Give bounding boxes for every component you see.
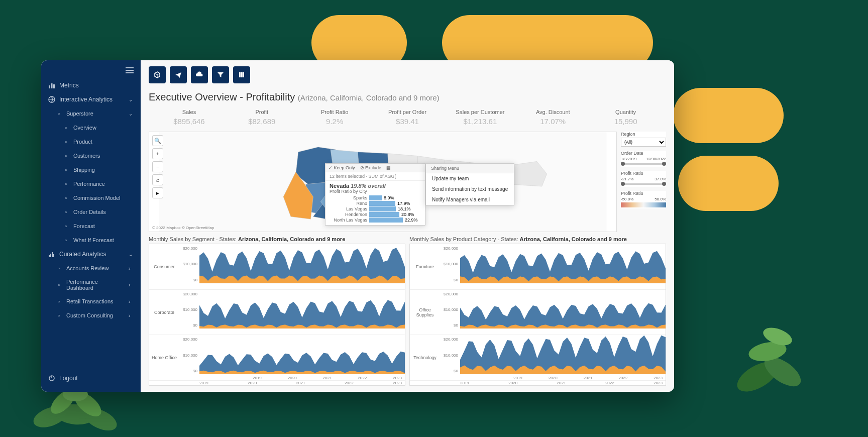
chevron-right-icon: ›	[129, 282, 134, 288]
sheet-icon: ▫	[62, 152, 69, 159]
nav-label: Accounts Review	[66, 265, 125, 271]
tooltip-title: Nevada 19.8% overall	[330, 183, 421, 189]
logout-label: Logout	[59, 375, 78, 382]
nav-label: Performance Dashboard	[66, 279, 125, 291]
zoom-in-button[interactable]: +	[152, 148, 163, 159]
nav-product[interactable]: ▫Product	[41, 135, 141, 149]
filter-button[interactable]	[212, 66, 229, 83]
svg-rect-11	[51, 83, 53, 88]
kpi-profit-per-order: Profit per Order$39.41	[371, 109, 444, 126]
svg-rect-14	[49, 255, 50, 257]
sheet-icon: ▫	[55, 312, 62, 319]
region-select[interactable]: (All)	[621, 138, 666, 147]
globe-icon	[48, 96, 55, 103]
folder-icon: ▫	[55, 110, 62, 117]
nav-label: Shipping	[73, 167, 134, 173]
panel-label: Corporate	[149, 290, 179, 335]
chevron-down-icon: ⌄	[129, 111, 134, 117]
plant-decoration	[727, 316, 808, 407]
nav-customers[interactable]: ▫Customers	[41, 149, 141, 163]
x-axis: 20192020202120222023	[149, 381, 405, 385]
city-bar: Sparks8.9%	[330, 195, 421, 200]
sheet-icon: ▫	[62, 166, 69, 173]
sheet-icon: ▫	[62, 208, 69, 215]
chart-panel-office-supplies: Office Supplies$20,000$10,000$0	[410, 290, 666, 336]
nav-overview[interactable]: ▫Overview	[41, 121, 141, 135]
nav-commission-model[interactable]: ▫Commission Model	[41, 191, 141, 205]
expand-button[interactable]: ▸	[152, 187, 163, 198]
nav-superstore[interactable]: ▫ Superstore ⌄	[41, 106, 141, 121]
nav-curated-analytics[interactable]: Curated Analytics ⌄	[41, 247, 141, 261]
map-tooltip: ✓ Keep Only ⊘ Exclude ▦ 12 items selecte…	[325, 163, 425, 226]
filters-panel: Region (All) Order Date 1/3/201912/30/20…	[621, 132, 666, 232]
nav-forecast[interactable]: ▫Forecast	[41, 219, 141, 233]
sheet-icon: ▫	[55, 281, 62, 288]
nav-label: Order Details	[73, 209, 134, 215]
area-chart: 20192020202120222023	[460, 335, 666, 380]
city-bar: North Las Vegas22.9%	[330, 217, 421, 223]
chevron-right-icon: ›	[129, 299, 134, 304]
sheet-icon: ▫	[62, 237, 69, 244]
cube-button[interactable]	[149, 66, 166, 83]
date-slider[interactable]	[621, 163, 666, 165]
nav-custom-consulting[interactable]: ▫Custom Consulting›	[41, 308, 141, 322]
chart-icon	[48, 251, 55, 258]
kpi-row: Sales$895,646Profit$82,689Profit Ratio9.…	[149, 107, 666, 128]
send-button[interactable]	[170, 66, 187, 83]
y-axis: $20,000$10,000$0	[179, 244, 199, 289]
nav-label: Commission Model	[73, 195, 134, 201]
segment-charts: Monthly Sales by Segment - States: Arizo…	[149, 236, 405, 386]
nav-metrics[interactable]: Metrics	[41, 78, 141, 92]
zoom-out-button[interactable]: −	[152, 161, 163, 172]
chevron-down-icon: ⌄	[129, 252, 134, 257]
page-title: Executive Overview - Profitability (Ariz…	[149, 91, 666, 103]
home-button[interactable]: ⌂	[152, 174, 163, 185]
columns-button[interactable]	[233, 66, 250, 83]
keep-only-button[interactable]: ✓ Keep Only	[329, 165, 355, 170]
grid-icon[interactable]: ▦	[386, 165, 391, 170]
bg-decoration	[673, 88, 784, 143]
sheet-icon: ▫	[62, 194, 69, 201]
nav-label: Superstore	[66, 111, 125, 117]
kpi-profit: Profit$82,689	[226, 109, 298, 126]
menu-toggle-icon[interactable]	[126, 67, 134, 73]
chart-panel-corporate: Corporate$20,000$10,000$0	[149, 290, 405, 336]
y-axis: $20,000$10,000$0	[179, 335, 199, 380]
nav-performance-dashboard[interactable]: ▫Performance Dashboard›	[41, 275, 141, 294]
ratio-slider[interactable]	[621, 183, 666, 185]
nav-performance[interactable]: ▫Performance	[41, 177, 141, 191]
y-axis: $20,000$10,000$0	[440, 290, 460, 335]
tooltip-subtitle: Profit Ratio by City	[330, 189, 421, 194]
area-chart	[460, 244, 666, 289]
nav-interactive-analytics[interactable]: Interactive Analytics ⌄	[41, 92, 141, 106]
nav-label: Metrics	[59, 82, 134, 89]
sharing-option[interactable]: Update my team	[426, 173, 514, 184]
map-attribution: © 2022 Mapbox © OpenStreetMap	[152, 226, 214, 230]
sharing-option[interactable]: Send information by text message	[426, 184, 514, 194]
chevron-right-icon: ›	[129, 266, 134, 271]
nav-label: Retail Transactions	[66, 298, 125, 304]
chart-title-left: Monthly Sales by Segment - States: Arizo…	[149, 236, 405, 242]
sharing-header: Sharing Menu	[426, 164, 514, 173]
nav-order-details[interactable]: ▫Order Details	[41, 205, 141, 219]
nav-label: Curated Analytics	[59, 251, 125, 258]
sheet-icon: ▫	[55, 265, 62, 272]
cloud-button[interactable]	[191, 66, 208, 83]
nav-label: What If Forecast	[73, 237, 134, 243]
chart-panel-consumer: Consumer$20,000$10,000$0	[149, 244, 405, 290]
y-axis: $20,000$10,000$0	[440, 244, 460, 289]
sheet-icon: ▫	[62, 138, 69, 145]
sharing-option[interactable]: Notify Managers via email	[426, 194, 514, 205]
kpi-label: Profit Ratio	[298, 109, 371, 115]
map-panel[interactable]: 🔍 + − ⌂ ▸	[149, 132, 617, 232]
nav-retail-transactions[interactable]: ▫Retail Transactions›	[41, 294, 141, 308]
nav-accounts-review[interactable]: ▫Accounts Review›	[41, 261, 141, 275]
search-button[interactable]: 🔍	[152, 135, 163, 146]
nav-shipping[interactable]: ▫Shipping	[41, 163, 141, 177]
x-axis: 20192020202120222023	[250, 376, 405, 380]
logout-button[interactable]: Logout	[41, 370, 141, 387]
exclude-button[interactable]: ⊘ Exclude	[360, 165, 382, 170]
nav-what-if-forecast[interactable]: ▫What If Forecast	[41, 233, 141, 247]
svg-rect-10	[49, 85, 50, 88]
toolbar	[141, 60, 674, 89]
